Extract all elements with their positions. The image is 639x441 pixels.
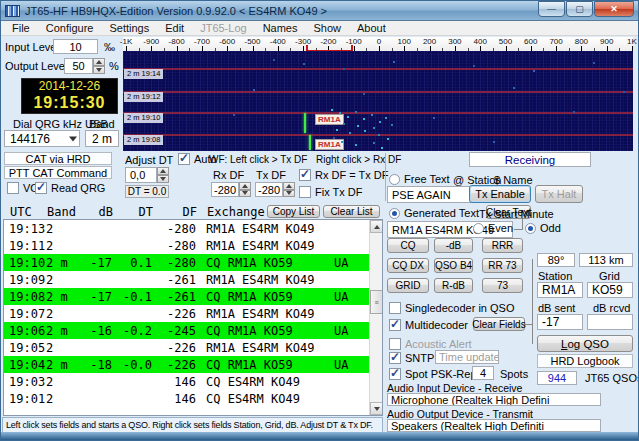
waterfall[interactable]: 2 m 19:142 m 19:122 m 19:102 m 19:08 RM1…: [123, 51, 633, 151]
output-level-field[interactable]: 50: [64, 58, 93, 74]
table-row[interactable]: 19:032146CQ ES4RM KO49: [4, 373, 370, 390]
frequency-scale: -1K-900-800-700-600-500-400-300-200-1000…: [123, 37, 633, 51]
acoustic-alert-checkbox[interactable]: Acoustic Alert: [389, 338, 472, 350]
cell-utc: 19:01: [4, 392, 46, 406]
fix-tx-df-checkbox[interactable]: Fix Tx DF: [299, 186, 362, 198]
db-sent-field[interactable]: -17: [537, 314, 583, 330]
tx-df-stepper[interactable]: [283, 182, 295, 197]
macro-button-cq[interactable]: CQ: [387, 238, 429, 253]
cell-band: 2 m: [46, 256, 82, 270]
rx-df-stepper[interactable]: [239, 182, 251, 197]
hrd-logbook-button[interactable]: HRD Logbook: [537, 354, 633, 368]
maximize-icon[interactable]: ▢: [566, 1, 593, 17]
log-qso-button[interactable]: Log QSO: [537, 335, 633, 352]
connector-line: [522, 218, 523, 230]
adjust-dt-stepper[interactable]: [157, 167, 169, 183]
menu-settings[interactable]: Settings: [101, 21, 157, 35]
free-text-radio[interactable]: Free Text: [389, 173, 450, 185]
table-row[interactable]: 19:102 m-170.1-280CQ RM1A KO59UA: [4, 254, 370, 271]
output-level-stepper[interactable]: [93, 58, 105, 74]
table-row[interactable]: 19:072-226RM1A ES4RM KO49: [4, 305, 370, 322]
table-row[interactable]: 19:012146CQ ES4RM KO49: [4, 390, 370, 407]
menu-about[interactable]: About: [349, 21, 394, 35]
clear-fields-button[interactable]: Clear Fields: [473, 317, 525, 331]
cell-cty: UA: [334, 290, 370, 304]
table-scrollbar[interactable]: ≡: [369, 220, 382, 415]
close-icon[interactable]: ✕: [594, 1, 634, 17]
scroll-down-icon[interactable]: [370, 402, 383, 415]
table-row[interactable]: 19:082 m-17-0.1-261CQ RM1A KO59UA: [4, 288, 370, 305]
distance-field: 113 km: [579, 253, 633, 267]
app-icon: [5, 5, 20, 17]
macro-button-73[interactable]: 73: [482, 278, 523, 293]
menu-file[interactable]: File: [4, 21, 38, 35]
generated-text-radio[interactable]: Generated Text: [389, 207, 479, 219]
spots-field[interactable]: 4: [472, 366, 494, 380]
audio-input-field[interactable]: Microphone (Realtek High Defini: [387, 393, 601, 406]
cell-utc: 19:13: [4, 222, 46, 236]
tx-halt-button[interactable]: Tx Halt: [535, 185, 583, 203]
cat-button[interactable]: CAT via HRD: [4, 152, 112, 165]
table-row[interactable]: 19:092-261RM1A ES4RM KO49: [4, 271, 370, 288]
ptt-button[interactable]: PTT CAT Command: [4, 166, 112, 179]
even-radio[interactable]: Even: [473, 222, 513, 234]
singledecoder-checkbox[interactable]: Singledecoder in QSO: [389, 302, 514, 314]
menu-jt65-log[interactable]: JT65-Log: [192, 21, 254, 35]
freq-tick-label: 400: [474, 37, 487, 46]
db-rcvd-field[interactable]: [587, 314, 633, 330]
adjust-dt-field[interactable]: 0,0: [125, 167, 157, 183]
freq-tick-label: 800: [575, 37, 588, 46]
minute-line: [123, 91, 633, 93]
freq-tick-label: -1K: [120, 37, 132, 46]
minute-line: [123, 112, 633, 114]
table-row[interactable]: 19:062 m-16-0.2-245CQ RM1A KO59UA: [4, 322, 370, 339]
tx-df-field[interactable]: -280: [255, 182, 283, 197]
wf-signal-label: RM1A: [315, 114, 344, 125]
scroll-up-icon[interactable]: [370, 220, 383, 233]
input-level-field[interactable]: 10: [53, 39, 98, 54]
multidecoder-checkbox[interactable]: Multidecoder: [389, 319, 468, 331]
cell-ex: CQ ES4RM KO49: [196, 375, 334, 389]
menu-bar: FileConfigureSettingsEditJT65-LogNamesSh…: [1, 21, 638, 36]
menu-show[interactable]: Show: [305, 21, 349, 35]
dial-qrg-combo[interactable]: 144176: [4, 130, 80, 147]
table-row[interactable]: 19:132-280RM1A ES4RM KO49: [4, 220, 370, 237]
table-row[interactable]: 19:112-280RM1A ES4RM KO49: [4, 237, 370, 254]
minute-line: [123, 68, 633, 70]
cell-ex: CQ RM1A KO59: [196, 324, 334, 338]
minimize-icon[interactable]: —: [538, 1, 565, 17]
rx-eq-tx-checkbox[interactable]: Rx DF = Tx DF: [299, 169, 388, 181]
db-rcvd-label: dB rcvd: [593, 302, 630, 314]
grid-field[interactable]: KO59: [587, 282, 633, 298]
menu-configure[interactable]: Configure: [38, 21, 102, 35]
read-qrg-checkbox[interactable]: Read QRG: [35, 182, 105, 194]
copy-list-button[interactable]: Copy List: [267, 205, 320, 218]
clear-list-button[interactable]: Clear List: [323, 205, 380, 218]
macro-button-rrr[interactable]: RRR: [482, 238, 523, 253]
clock-date: 2014-12-26: [22, 79, 117, 94]
audio-output-field[interactable]: Speakers (Realtek High Definiti: [387, 419, 601, 432]
rx-df-field[interactable]: -280: [211, 182, 239, 197]
station-field[interactable]: RM1A: [537, 282, 583, 298]
scroll-thumb[interactable]: ≡: [370, 290, 383, 314]
cell-db: -18: [82, 358, 112, 372]
macro-button-grid[interactable]: GRID: [387, 278, 429, 293]
macro-button-cq-dx[interactable]: CQ DX: [387, 258, 429, 273]
cell-db: -16: [82, 324, 112, 338]
macro-button-rr-73[interactable]: RR 73: [482, 258, 523, 273]
adjust-dt-label: Adjust DT: [125, 154, 173, 166]
table-row[interactable]: 19:052-226RM1A ES4RM KO49: [4, 339, 370, 356]
spot-psk-checkbox[interactable]: Spot PSK-Rep.: [389, 368, 480, 380]
tx-enable-button[interactable]: Tx Enable: [469, 185, 531, 203]
freq-tick-label: 300: [448, 37, 461, 46]
macro-button-qso-b4[interactable]: QSO B4: [434, 258, 473, 273]
wf-hint-right: Right click > Rx DF: [316, 154, 401, 165]
sntp-checkbox[interactable]: SNTP: [389, 352, 434, 364]
macro-button--db[interactable]: -dB: [434, 238, 473, 253]
macro-button-r-db[interactable]: R-dB: [434, 278, 473, 293]
odd-radio[interactable]: Odd: [525, 222, 561, 234]
menu-edit[interactable]: Edit: [157, 21, 192, 35]
cell-ex: CQ RM1A KO59: [196, 256, 334, 270]
menu-names[interactable]: Names: [255, 21, 306, 35]
table-row[interactable]: 19:042 m-18-0.0-226CQ RM1A KO59UA: [4, 356, 370, 373]
